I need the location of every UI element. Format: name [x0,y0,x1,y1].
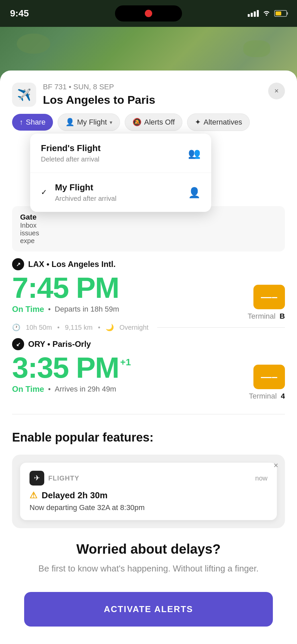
arrival-icon: ↙ [12,338,24,350]
flight-code: BF 731 • SUN, 8 SEP [43,83,155,91]
notification-body: Now departing Gate 32A at 8:30pm [29,503,268,512]
arrival-status-row: On Time • Arrives in 29h 49m [12,384,131,394]
promote-title: Worried about delays? [24,542,273,557]
app-name: FLIGHTY [48,474,79,482]
my-flight-button[interactable]: 👤 My Flight ▾ [58,113,120,131]
flight-info-bar: 🕐 10h 50m • 9,115 km • 🌙 Overnight [0,323,297,331]
arrival-section: ↙ ORY • Paris-Orly 3:35 PM +1 On Time • … [0,338,297,401]
share-icon: ↑ [19,118,23,127]
status-icons [248,9,287,18]
person-icon: 👤 [65,118,74,127]
arrival-airport-label: ↙ ORY • Paris-Orly [12,338,91,350]
airline-icon: ✈️ [12,83,36,107]
notification-card: ✈ FLIGHTY now ⚠ Delayed 2h 30m Now depar… [20,463,277,520]
gate-info-area: Gate Inbox issues expe [0,206,297,258]
close-button[interactable]: × [268,83,285,99]
close-icon: × [275,87,279,95]
features-section: Enable popular features: × ✈ FLIGHTY now… [0,414,297,644]
friends-flight-sub: Deleted after arrival [41,155,101,163]
departure-icon: ↗ [12,258,24,270]
departure-time-row: 7:45 PM On Time • Departs in 18h 59m —– … [12,273,285,321]
notification-time: now [255,474,268,482]
notification-title: ⚠ Delayed 2h 30m [29,490,268,501]
friends-flight-label: Friend's Flight [41,143,101,153]
flight-header-left: ✈️ BF 731 • SUN, 8 SEP Los Angeles to Pa… [12,83,155,107]
arrival-status: On Time [12,384,44,394]
clock-icon: 🕐 [12,323,20,331]
notification-header: ✈ FLIGHTY now [29,471,268,486]
my-flight-option[interactable]: ✓ My Flight Archived after arrival 👤 [30,173,211,212]
share-button[interactable]: ↑ Share [12,114,53,131]
friends-flight-option[interactable]: Friend's Flight Deleted after arrival 👥 [30,134,211,173]
takeoff-icon: ↗ [16,261,20,268]
day-plus: +1 [120,357,131,368]
main-card: ✈️ BF 731 • SUN, 8 SEP Los Angeles to Pa… [0,71,297,644]
arrival-time: 3:35 PM [12,353,119,382]
departure-time: 7:45 PM [12,273,119,303]
features-title: Enable popular features: [12,430,285,445]
promote-subtitle: Be first to know what's happening. Witho… [24,562,273,575]
chevron-down-icon: ▾ [110,119,112,126]
departure-status-row: On Time • Departs in 18h 59m [12,305,119,314]
arrival-detail: Arrives in 29h 49m [55,385,116,394]
flight-route: Los Angeles to Paris [43,93,155,106]
arrival-time-row: 3:35 PM +1 On Time • Arrives in 29h 49m … [12,353,285,401]
departure-terminal-label: Terminal B [248,312,285,321]
alternatives-button[interactable]: ✦ Alternatives [187,113,250,131]
arrival-terminal-letter: —– [261,371,278,383]
checkmark-icon: ✓ [41,188,47,197]
dynamic-island [115,5,182,21]
issues-text: issues [20,229,39,237]
departure-airport-label: ↗ LAX • Los Angeles Intl. [12,258,116,270]
warning-icon: ⚠ [29,490,37,500]
wifi-icon [262,9,271,18]
gate-sub: Inbox [20,222,39,229]
promote-section: Worried about delays? Be first to know w… [12,538,285,585]
info-line [157,327,285,328]
departure-status: On Time [12,305,44,314]
my-flight-sub: Archived after arrival [55,195,188,202]
flight-header: ✈️ BF 731 • SUN, 8 SEP Los Angeles to Pa… [0,71,297,113]
status-bar: 9:45 [0,0,297,27]
alternatives-icon: ✦ [195,118,201,127]
flight-type-dropdown: Friend's Flight Deleted after arrival 👥 … [30,134,211,212]
moon-icon: 🌙 [106,323,114,331]
extra-text: expe [20,237,39,245]
record-indicator [145,10,152,17]
action-row-container: ↑ Share 👤 My Flight ▾ 🔕 Alerts Off ✦ Alt… [0,113,297,139]
arrival-terminal-group: —– Terminal 4 [249,365,285,401]
arrival-terminal-badge: —– [253,365,285,389]
departure-airport-row: ↗ LAX • Los Angeles Intl. [12,258,285,270]
battery-icon [274,10,287,17]
mute-icon: 🔕 [132,118,141,127]
alerts-button[interactable]: 🔕 Alerts Off [125,113,182,131]
app-plane-icon: ✈ [34,474,40,482]
person-circle-icon: 👤 [188,187,200,198]
arrival-terminal-label: Terminal 4 [249,392,285,401]
departure-detail: Departs in 18h 59m [55,305,119,314]
plane-icon: ✈️ [17,88,31,101]
departure-terminal-group: —– Terminal B [248,285,285,321]
departure-terminal-badge: —– [253,285,285,309]
arrival-airport-row: ↙ ORY • Paris-Orly [12,338,285,350]
landing-icon: ↙ [16,341,20,348]
gate-banner: Gate Inbox issues expe [12,206,285,251]
people-icon: 👥 [188,147,200,159]
app-icon: ✈ [29,471,44,486]
activate-alerts-button[interactable]: ACTIVATE ALERTS [24,592,273,627]
notification-close-button[interactable]: × [274,461,278,470]
notification-card-wrapper: × ✈ FLIGHTY now ⚠ Delayed 2h 30m Now dep… [12,455,285,528]
departure-terminal-letter: —– [261,291,278,303]
gate-label: Gate [20,213,39,222]
flight-title-group: BF 731 • SUN, 8 SEP Los Angeles to Paris [43,83,155,106]
departure-section: ↗ LAX • Los Angeles Intl. 7:45 PM On Tim… [0,258,297,321]
activate-button-wrapper: ACTIVATE ALERTS [12,585,285,640]
status-time: 9:45 [10,8,29,19]
signal-icon [248,10,259,17]
my-flight-label: My Flight [55,182,188,193]
